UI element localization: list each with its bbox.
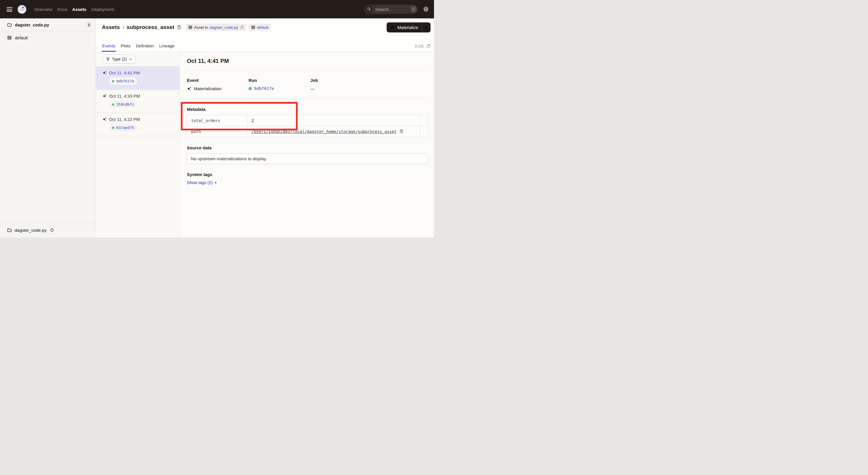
materialize-button[interactable]: Materialize [386, 22, 422, 32]
reload-code-location-icon[interactable] [50, 228, 54, 232]
type-filter-label: Type (2) [112, 57, 127, 61]
event-timestamp: Oct 11, 4:22 PM [109, 117, 140, 122]
search-input[interactable] [375, 7, 410, 12]
run-id-pill[interactable]: 359cdbfc [109, 101, 137, 108]
footer-code-location-label: dagster_code.py [14, 228, 46, 233]
type-filter-button[interactable]: Type (2) [102, 55, 136, 64]
metadata-end-cell [420, 126, 428, 137]
tab-plots[interactable]: Plots [121, 43, 131, 52]
sidebar-footer-code-location[interactable]: dagster_code.py [0, 222, 96, 237]
search-box[interactable]: / [365, 5, 418, 14]
run-id-pill[interactable]: 637aed75 [109, 124, 137, 131]
navbar-right: / [365, 5, 429, 14]
group-chip[interactable]: default [249, 24, 271, 31]
asset-tabs: Events Plots Definition Lineage 0:05 [102, 43, 431, 52]
filter-funnel-icon [106, 57, 110, 61]
sidebar: dagster_code.py 1 default dagster_code.p… [0, 19, 96, 237]
breadcrumb-assets-link[interactable]: Assets [102, 24, 120, 30]
asset-grid-icon [188, 25, 192, 29]
event-timestamp: Oct 11, 4:41 PM [109, 70, 140, 75]
event-detail-panel: Oct 11, 4:41 PM Event Materialization Ru… [180, 52, 434, 237]
event-list-item[interactable]: Oct 11, 4:22 PM 637aed75 [96, 113, 180, 136]
nav-runs[interactable]: Runs [57, 7, 67, 12]
event-list-item[interactable]: Oct 11, 4:41 PM 9dbf617e [96, 66, 180, 90]
event-timestamp: Oct 11, 4:33 PM [109, 94, 140, 98]
materialize-options-caret[interactable] [422, 22, 431, 32]
show-tags-toggle[interactable]: Show tags (2) [187, 180, 217, 185]
materialization-sparkle-icon [187, 86, 191, 91]
tab-lineage[interactable]: Lineage [159, 43, 175, 52]
run-id-link[interactable]: 9dbf617e [254, 86, 274, 91]
refresh-icon[interactable] [426, 44, 431, 48]
sidebar-item-code-location[interactable]: dagster_code.py 1 [0, 19, 96, 31]
chevron-down-icon [129, 57, 132, 61]
search-icon [365, 5, 373, 13]
breadcrumb-separator: › [122, 24, 124, 30]
asset-page-header: Assets › subprocess_asset Asset in dagst… [96, 19, 434, 52]
settings-gear-icon[interactable] [423, 6, 429, 12]
reload-location-icon[interactable] [240, 26, 244, 29]
nav-deployment[interactable]: Deployment [91, 7, 114, 12]
app-shell: dagster_code.py 1 default dagster_code.p… [0, 19, 434, 237]
job-value: — [310, 86, 315, 91]
tab-definition[interactable]: Definition [135, 43, 154, 52]
nav-assets[interactable]: Assets [72, 7, 86, 12]
materialize-label: Materialize [397, 25, 418, 30]
event-detail-title: Oct 11, 4:41 PM [187, 58, 429, 64]
copy-asset-name-icon[interactable] [177, 25, 181, 30]
event-type-value: Materialization [194, 86, 222, 91]
caret-down-icon [214, 181, 217, 184]
metadata-key: path [187, 126, 247, 137]
code-location-label: dagster_code.py [15, 22, 49, 27]
refresh-timer: 0:05 [415, 43, 424, 49]
asset-chip-prefix: Asset in [194, 25, 208, 30]
primary-nav: Overview Runs Assets Deployment [34, 7, 114, 12]
main-panel: Assets › subprocess_asset Asset in dagst… [96, 19, 434, 237]
asset-location-chip[interactable]: Asset in dagster_code.py [186, 24, 246, 31]
run-status-dot [249, 87, 252, 90]
folder-icon [7, 228, 12, 232]
table-row: path /Users/yuhan/dev/local/dagster_home… [187, 126, 428, 137]
system-tags-heading: System tags [187, 172, 429, 177]
metadata-value: 2 [247, 115, 420, 126]
metadata-end-cell [420, 115, 428, 126]
run-status-dot [112, 80, 114, 82]
job-column-label: Job [310, 78, 318, 83]
dagster-app: Overview Runs Assets Deployment / dagste… [0, 0, 434, 237]
materialization-sparkle-icon [102, 117, 107, 121]
events-list: Type (2) Oct 11, 4:41 PM 9dbf617e [96, 52, 180, 237]
run-column-label: Run [249, 78, 310, 83]
asset-group-icon [7, 35, 12, 40]
materialization-sparkle-icon [102, 71, 107, 75]
breadcrumb: Assets › subprocess_asset [102, 24, 174, 30]
sparkle-icon [391, 25, 395, 30]
source-data-empty-message: No upstream materializations to display. [191, 156, 267, 161]
sidebar-item-default-group[interactable]: default [0, 31, 96, 44]
code-location-link[interactable]: dagster_code.py [210, 25, 238, 30]
table-row: total_orders 2 [187, 115, 428, 126]
divider [187, 98, 429, 99]
event-column-label: Event [187, 78, 249, 83]
path-link[interactable]: /Users/yuhan/dev/local/dagster_home/stor… [251, 129, 397, 134]
group-label: default [15, 35, 28, 40]
copy-path-icon[interactable] [399, 129, 404, 133]
group-link[interactable]: default [257, 25, 269, 30]
nav-overview[interactable]: Overview [34, 7, 53, 12]
page-title: subprocess_asset [127, 24, 174, 30]
dagster-logo[interactable] [17, 4, 27, 14]
materialize-split-button: Materialize [386, 22, 431, 32]
search-shortcut-badge: / [410, 6, 416, 12]
metadata-key: total_orders [187, 115, 247, 126]
folder-icon [7, 22, 12, 27]
metadata-heading: Metadata [187, 107, 429, 112]
tab-events[interactable]: Events [102, 43, 116, 52]
run-status-dot [112, 103, 114, 106]
asset-content: Type (2) Oct 11, 4:41 PM 9dbf617e [96, 52, 434, 237]
group-grid-icon [251, 25, 255, 29]
event-list-item[interactable]: Oct 11, 4:33 PM 359cdbfc [96, 90, 180, 113]
hamburger-menu-icon[interactable] [7, 7, 12, 11]
top-navbar: Overview Runs Assets Deployment / [0, 0, 434, 19]
materialization-sparkle-icon [102, 94, 107, 98]
run-id-pill[interactable]: 9dbf617e [109, 78, 137, 85]
asset-count-badge: 1 [86, 22, 92, 28]
